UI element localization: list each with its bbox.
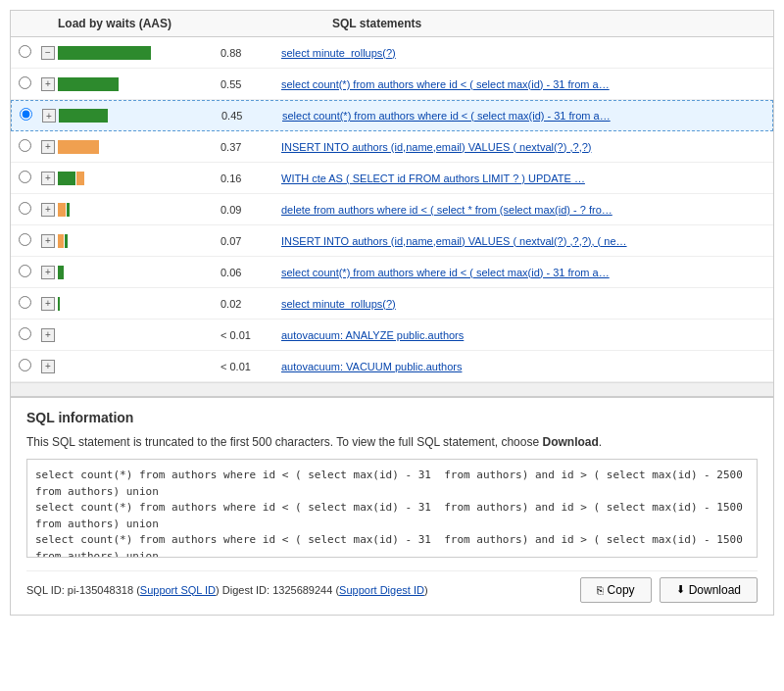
row-sql-text-9[interactable]: autovacuum: ANALYZE public.authors [273, 329, 765, 341]
row-bar-area-2: 0.45 [59, 109, 274, 123]
expand-icon[interactable]: + [41, 234, 55, 248]
row-sql-text-5[interactable]: delete from authors where id < ( select … [273, 204, 765, 216]
row-sql-text-1[interactable]: select count(*) from authors where id < … [273, 78, 765, 90]
row-expand-2[interactable]: + [39, 109, 59, 123]
row-radio-3[interactable] [19, 139, 38, 155]
table-row[interactable]: +0.37INSERT INTO authors (id,name,email)… [11, 131, 773, 163]
support-sql-id-link[interactable]: Support SQL ID [140, 584, 216, 596]
expand-icon[interactable]: + [41, 140, 55, 154]
table-row[interactable]: +0.06select count(*) from authors where … [11, 257, 773, 288]
row-sql-text-2[interactable]: select count(*) from authors where id < … [274, 110, 764, 122]
bar-container-10 [58, 360, 215, 373]
col-load-header: Load by waits (AAS) [58, 17, 332, 30]
download-button[interactable]: ⬇ Download [660, 577, 758, 603]
expand-icon[interactable]: + [42, 109, 56, 123]
table-section: Load by waits (AAS) SQL statements −0.88… [11, 11, 773, 396]
sql-id-label: SQL ID: [26, 584, 68, 596]
download-label: Download [689, 583, 741, 597]
sql-footer-buttons: ⎘ Copy ⬇ Download [580, 577, 758, 603]
row-expand-3[interactable]: + [38, 140, 58, 154]
expand-icon[interactable]: + [41, 328, 55, 342]
main-container: Load by waits (AAS) SQL statements −0.88… [10, 10, 774, 616]
row-expand-4[interactable]: + [38, 172, 58, 185]
bar-value-5: 0.09 [220, 204, 241, 216]
row-expand-0[interactable]: − [38, 46, 58, 60]
table-scroll-area[interactable]: −0.88select minute_rollups(?)+0.55select… [11, 37, 773, 382]
row-bar-area-4: 0.16 [58, 172, 273, 185]
row-radio-2[interactable] [20, 108, 39, 123]
bar-value-8: 0.02 [220, 298, 241, 310]
bar-segment [58, 203, 66, 217]
copy-button[interactable]: ⎘ Copy [580, 577, 652, 603]
row-sql-text-10[interactable]: autovacuum: VACUUM public.authors [273, 361, 765, 372]
row-radio-0[interactable] [19, 45, 38, 61]
row-bar-area-0: 0.88 [58, 46, 273, 60]
row-expand-10[interactable]: + [38, 360, 58, 373]
row-bar-area-7: 0.06 [58, 266, 273, 279]
row-radio-7[interactable] [19, 265, 38, 280]
bar-segment [58, 234, 64, 248]
table-rows: −0.88select minute_rollups(?)+0.55select… [11, 37, 773, 382]
table-row[interactable]: +0.02select minute_rollups(?) [11, 288, 773, 320]
table-row[interactable]: +0.16WITH cte AS ( SELECT id FROM author… [11, 163, 773, 194]
row-radio-10[interactable] [19, 359, 38, 374]
table-row[interactable]: +0.09delete from authors where id < ( se… [11, 194, 773, 225]
expand-icon[interactable]: + [41, 172, 55, 185]
row-expand-9[interactable]: + [38, 328, 58, 342]
row-radio-4[interactable] [19, 171, 38, 186]
bar-value-3: 0.37 [220, 141, 241, 153]
expand-icon[interactable]: + [41, 297, 55, 311]
row-expand-6[interactable]: + [38, 234, 58, 248]
row-sql-text-7[interactable]: select count(*) from authors where id < … [273, 267, 765, 278]
row-radio-8[interactable] [19, 296, 38, 312]
row-bar-area-6: 0.07 [58, 234, 273, 248]
bar-segment [59, 109, 108, 123]
expand-icon[interactable]: + [41, 203, 55, 217]
sql-text-area[interactable] [26, 459, 758, 558]
bar-segment [58, 172, 75, 185]
support-digest-id-link[interactable]: Support Digest ID [339, 584, 424, 596]
row-sql-text-0[interactable]: select minute_rollups(?) [273, 47, 765, 59]
bar-segment [58, 297, 60, 311]
table-row[interactable]: +< 0.01autovacuum: VACUUM public.authors [11, 351, 773, 382]
row-bar-area-3: 0.37 [58, 140, 273, 154]
bar-container-1 [58, 77, 215, 91]
row-radio-1[interactable] [19, 76, 38, 92]
row-sql-text-3[interactable]: INSERT INTO authors (id,name,email) VALU… [273, 141, 765, 153]
bar-container-8 [58, 297, 215, 311]
row-bar-area-8: 0.02 [58, 297, 273, 311]
bar-value-2: 0.45 [221, 110, 242, 122]
bar-segment [58, 266, 64, 279]
sql-info-desc-end: . [599, 435, 602, 449]
sql-footer-ids: SQL ID: pi-135048318 (Support SQL ID) Di… [26, 584, 428, 596]
table-row[interactable]: +< 0.01autovacuum: ANALYZE public.author… [11, 320, 773, 351]
row-radio-6[interactable] [19, 233, 38, 249]
table-row[interactable]: −0.88select minute_rollups(?) [11, 37, 773, 69]
download-icon: ⬇ [676, 583, 685, 596]
expand-icon[interactable]: + [41, 77, 55, 91]
row-expand-5[interactable]: + [38, 203, 58, 217]
row-expand-8[interactable]: + [38, 297, 58, 311]
row-expand-1[interactable]: + [38, 77, 58, 91]
horizontal-scrollbar[interactable] [11, 382, 773, 396]
row-radio-5[interactable] [19, 202, 38, 218]
row-sql-text-6[interactable]: INSERT INTO authors (id,name,email) VALU… [273, 235, 765, 247]
expand-icon[interactable]: + [41, 266, 55, 279]
download-link-inline[interactable]: Download [543, 435, 599, 449]
table-row[interactable]: +0.07INSERT INTO authors (id,name,email)… [11, 225, 773, 257]
bar-container-0 [58, 46, 215, 60]
row-sql-text-4[interactable]: WITH cte AS ( SELECT id FROM authors LIM… [273, 173, 765, 184]
row-bar-area-5: 0.09 [58, 203, 273, 217]
row-radio-9[interactable] [19, 327, 38, 343]
expand-icon[interactable]: + [41, 360, 55, 373]
sql-info-title: SQL information [26, 410, 758, 425]
table-header: Load by waits (AAS) SQL statements [11, 11, 773, 37]
bar-value-1: 0.55 [220, 78, 241, 90]
row-sql-text-8[interactable]: select minute_rollups(?) [273, 298, 765, 310]
digest-id-label: Digest ID: [222, 584, 272, 596]
collapse-icon[interactable]: − [41, 46, 55, 60]
table-row[interactable]: +0.45select count(*) from authors where … [11, 100, 773, 131]
table-row[interactable]: +0.55select count(*) from authors where … [11, 69, 773, 100]
row-expand-7[interactable]: + [38, 266, 58, 279]
digest-id-value: 1325689244 [272, 584, 332, 596]
